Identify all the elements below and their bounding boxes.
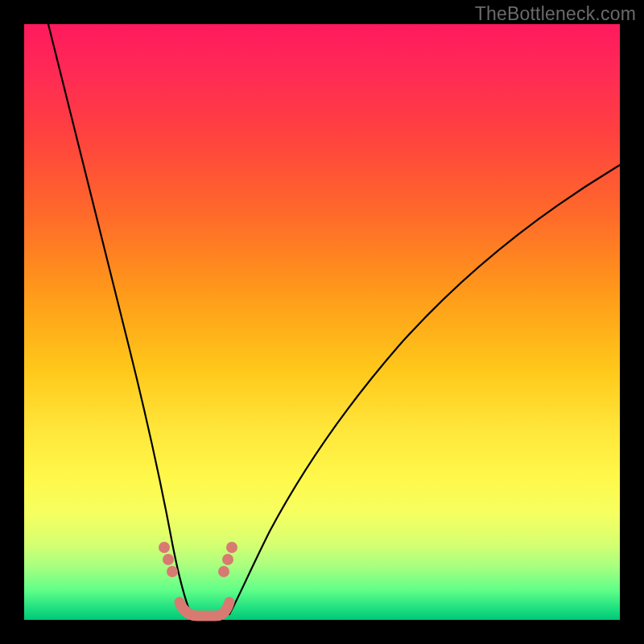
watermark-text: TheBottleneck.com — [475, 3, 636, 25]
plot-area — [24, 24, 620, 620]
marker-dot — [159, 542, 170, 553]
marker-dot — [167, 566, 178, 577]
curve-right-branch — [229, 165, 620, 614]
marker-dot — [163, 554, 174, 565]
bottleneck-curve — [24, 24, 620, 620]
marker-dot — [226, 542, 237, 553]
curve-left-branch — [48, 24, 191, 614]
marker-dot — [218, 566, 229, 577]
chart-frame: TheBottleneck.com — [0, 0, 644, 644]
marker-dot — [222, 554, 233, 565]
